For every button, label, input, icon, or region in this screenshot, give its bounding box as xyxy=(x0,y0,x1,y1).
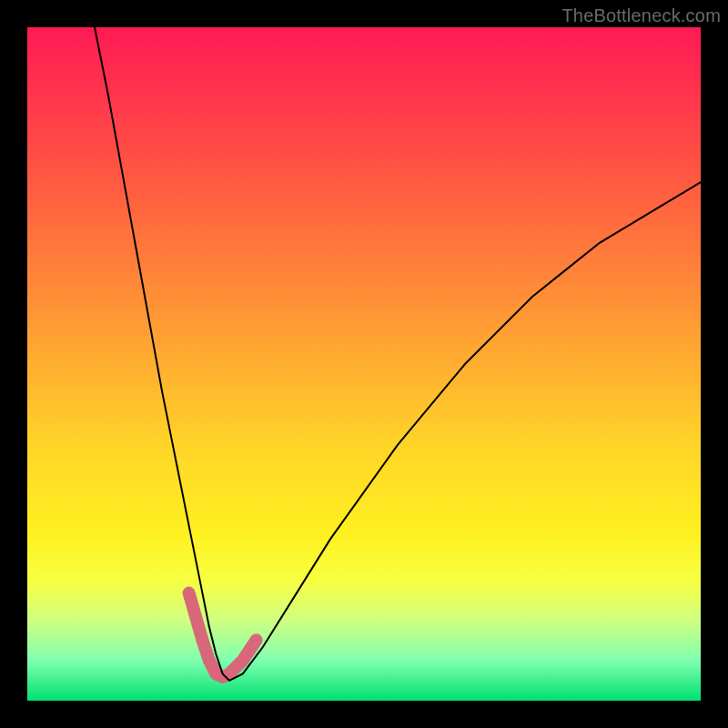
highlight-segment xyxy=(189,593,257,678)
watermark-text: TheBottleneck.com xyxy=(561,5,721,26)
bottleneck-chart xyxy=(27,27,701,701)
bottleneck-curve xyxy=(95,27,701,681)
